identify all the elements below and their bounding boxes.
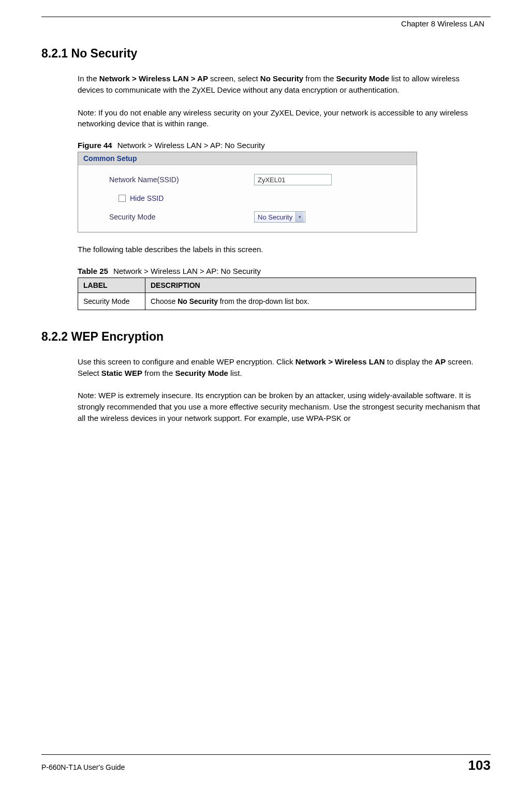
footer-guide: P-660N-T1A User's Guide	[41, 763, 125, 771]
td-label: Security Mode	[78, 293, 145, 310]
text-run: from the drop-down list box.	[218, 297, 309, 305]
text-run: Choose	[151, 297, 178, 305]
th-description: DESCRIPTION	[145, 277, 476, 293]
table-25: LABEL DESCRIPTION Security Mode Choose N…	[78, 277, 476, 310]
hide-ssid-row: Hide SSID	[119, 191, 407, 206]
text-run: screen, select	[208, 74, 260, 83]
text-bold: AP	[435, 357, 446, 366]
figure-caption-44: Figure 44Network > Wireless LAN > AP: No…	[78, 141, 480, 150]
text-bold: Security Mode	[336, 74, 390, 83]
table-header-row: LABEL DESCRIPTION	[78, 277, 476, 293]
text-run: list.	[228, 369, 242, 377]
td-description: Choose No Security from the drop-down li…	[145, 293, 476, 310]
footer-rule	[41, 754, 491, 755]
chevron-down-icon[interactable]: ▾	[295, 212, 304, 222]
page-footer: P-660N-T1A User's Guide 103	[41, 754, 491, 773]
text-bold: Network > Wireless LAN > AP	[99, 74, 208, 83]
th-label: LABEL	[78, 277, 145, 293]
security-mode-select[interactable]: No Security ▾	[254, 211, 305, 223]
security-mode-value: No Security	[258, 213, 292, 221]
note-822: Note: WEP is extremely insecure. Its enc…	[78, 390, 480, 423]
ssid-row: Network Name(SSID)	[109, 172, 407, 187]
note-821: Note: If you do not enable any wireless …	[78, 107, 480, 130]
figure-lead: Figure 44	[78, 141, 112, 150]
ssid-label: Network Name(SSID)	[109, 176, 254, 184]
hide-ssid-checkbox[interactable]	[119, 195, 126, 202]
para-821: In the Network > Wireless LAN > AP scree…	[78, 73, 480, 96]
top-rule	[41, 17, 491, 17]
text-bold: No Security	[178, 297, 218, 305]
figure-44-screenshot: Common Setup Network Name(SSID) Hide SSI…	[78, 152, 417, 232]
text-run: Use this screen to configure and enable …	[78, 357, 295, 366]
para-822: Use this screen to configure and enable …	[78, 356, 480, 379]
hide-ssid-label: Hide SSID	[130, 194, 164, 202]
post-figure-text: The following table describes the labels…	[78, 244, 480, 255]
text-run: from the	[303, 74, 336, 83]
text-bold: Network > Wireless LAN	[295, 357, 385, 366]
text-run: In the	[78, 74, 99, 83]
section-heading-822: 8.2.2 WEP Encryption	[41, 330, 491, 344]
common-setup-header: Common Setup	[78, 152, 417, 165]
table-title: Network > Wireless LAN > AP: No Security	[113, 267, 261, 275]
figure-title: Network > Wireless LAN > AP: No Security	[117, 141, 265, 150]
security-mode-label: Security Mode	[109, 213, 254, 221]
text-run: from the	[142, 369, 175, 377]
footer-row: P-660N-T1A User's Guide 103	[41, 757, 491, 773]
text-bold: Static WEP	[101, 369, 142, 377]
text-run: to display the	[385, 357, 435, 366]
table-lead: Table 25	[78, 267, 108, 275]
common-setup-body: Network Name(SSID) Hide SSID Security Mo…	[78, 165, 417, 232]
page-number: 103	[468, 757, 491, 773]
section-heading-821: 8.2.1 No Security	[41, 47, 491, 61]
table-row: Security Mode Choose No Security from th…	[78, 293, 476, 310]
text-bold: Security Mode	[175, 369, 228, 377]
table-caption-25: Table 25Network > Wireless LAN > AP: No …	[78, 267, 480, 275]
text-bold: No Security	[260, 74, 303, 83]
security-mode-row: Security Mode No Security ▾	[109, 210, 407, 224]
ssid-input[interactable]	[254, 174, 332, 185]
chapter-header: Chapter 8 Wireless LAN	[41, 19, 491, 28]
